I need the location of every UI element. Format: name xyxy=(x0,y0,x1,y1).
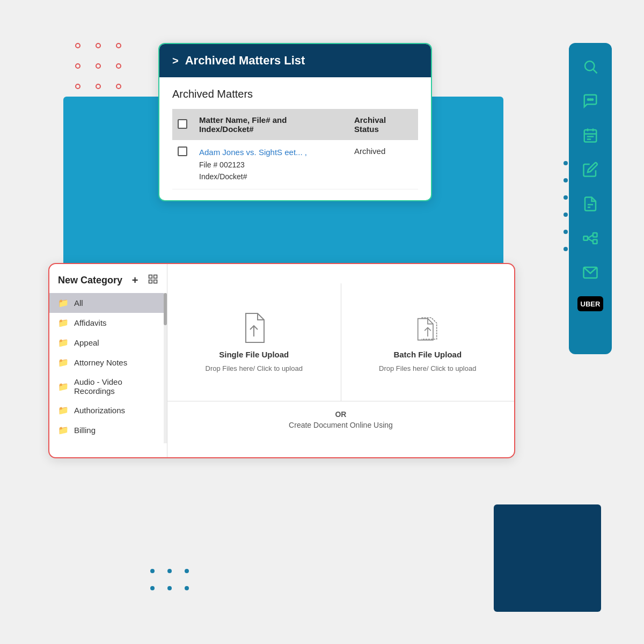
category-item-all[interactable]: 📁 All xyxy=(49,293,167,313)
document-icon[interactable] xyxy=(577,191,603,217)
category-item-attorney-notes[interactable]: 📁 Attorney Notes xyxy=(49,353,167,372)
or-text: OR xyxy=(289,410,393,419)
uber-icon[interactable]: UBER xyxy=(577,296,603,311)
category-item-audio-video[interactable]: 📁 Audio - Video Recordings xyxy=(49,372,167,400)
mail-icon[interactable] xyxy=(577,260,603,286)
category-item-billing[interactable]: 📁 Billing xyxy=(49,420,167,440)
col-status-header: Archival Status xyxy=(349,109,418,140)
matter-name-cell: Adam Jones vs. SightS eet... , File # 00… xyxy=(194,140,349,189)
category-list: 📁 All 📁 Affidavits 📁 Appeal 📁 Attorney N… xyxy=(49,293,167,443)
doc-category-sidebar: New Category + 📁 All 📁 Affidavits xyxy=(49,264,167,457)
matter-docket: Index/Docket# xyxy=(199,171,343,182)
category-item-appeal[interactable]: 📁 Appeal xyxy=(49,333,167,353)
doc-card-inner: New Category + 📁 All 📁 Affidavits xyxy=(49,264,514,457)
chat-icon[interactable] xyxy=(577,88,603,114)
archival-status-cell: Archived xyxy=(349,140,418,189)
svg-line-16 xyxy=(588,235,593,238)
table-checkbox-header xyxy=(172,109,194,140)
matter-link[interactable]: Adam Jones vs. SightS eet... , xyxy=(199,147,343,159)
workflow-icon[interactable] xyxy=(577,225,603,251)
row-checkbox-cell xyxy=(172,140,194,189)
decorative-dots-bottom xyxy=(150,569,194,596)
scrollbar-thumb[interactable] xyxy=(164,293,167,325)
folder-icon-affidavits: 📁 xyxy=(58,318,69,328)
or-section: OR Create Document Online Using xyxy=(280,401,401,438)
folder-icon-attorney-notes: 📁 xyxy=(58,357,69,368)
single-upload-sub: Drop Files here/ Click to upload xyxy=(206,364,303,372)
svg-rect-21 xyxy=(149,280,152,283)
svg-point-4 xyxy=(592,99,594,100)
folder-icon-billing: 📁 xyxy=(58,425,69,435)
category-name-audio-video: Audio - Video Recordings xyxy=(74,377,158,396)
matter-file: File # 002123 xyxy=(199,159,343,171)
calendar-icon[interactable] xyxy=(577,122,603,148)
batch-file-upload-zone[interactable]: Batch File Upload Drop Files here/ Click… xyxy=(341,283,515,401)
category-item-caption[interactable]: 📁 Caption xyxy=(49,440,167,443)
header-checkbox[interactable] xyxy=(178,119,187,129)
edit-icon[interactable] xyxy=(577,157,603,182)
chevron-icon: > xyxy=(172,55,179,67)
scrollbar-track xyxy=(164,293,167,443)
single-file-upload-zone[interactable]: Single File Upload Drop Files here/ Clic… xyxy=(167,283,341,401)
sidebar-panel: UBER xyxy=(569,43,612,354)
col-matter-header: Matter Name, File# and Index/Docket# xyxy=(194,109,349,140)
svg-rect-14 xyxy=(593,233,597,237)
svg-point-2 xyxy=(588,99,589,100)
folder-icon-audio-video: 📁 xyxy=(58,382,69,392)
single-upload-title: Single File Upload xyxy=(219,350,289,359)
svg-point-0 xyxy=(585,61,595,71)
table-header-row: Matter Name, File# and Index/Docket# Arc… xyxy=(172,109,418,140)
upload-area: Single File Upload Drop Files here/ Clic… xyxy=(167,264,514,457)
category-settings-icon[interactable] xyxy=(148,274,158,287)
category-name-all: All xyxy=(74,298,83,308)
archived-section-label: Archived Matters xyxy=(172,88,418,100)
svg-line-1 xyxy=(594,70,597,74)
batch-upload-title: Batch File Upload xyxy=(393,350,462,359)
search-icon[interactable] xyxy=(577,54,603,79)
row-checkbox[interactable] xyxy=(178,147,187,156)
archived-card-header: > Archived Matters List xyxy=(159,44,431,77)
svg-rect-15 xyxy=(593,240,597,244)
archival-status-value: Archived xyxy=(354,147,385,156)
category-list-scroll[interactable]: 📁 All 📁 Affidavits 📁 Appeal 📁 Attorney N… xyxy=(49,293,167,443)
upload-zones-container: Single File Upload Drop Files here/ Clic… xyxy=(167,283,514,401)
category-name-billing: Billing xyxy=(74,426,96,435)
category-item-authorizations[interactable]: 📁 Authorizations xyxy=(49,400,167,420)
archived-card-title: Archived Matters List xyxy=(185,54,305,68)
archived-table: Matter Name, File# and Index/Docket# Arc… xyxy=(172,109,418,189)
svg-rect-22 xyxy=(154,280,157,283)
archived-card-body: Archived Matters Matter Name, File# and … xyxy=(159,77,431,200)
folder-icon-authorizations: 📁 xyxy=(58,405,69,415)
svg-rect-19 xyxy=(149,275,152,279)
category-item-affidavits[interactable]: 📁 Affidavits xyxy=(49,313,167,333)
add-category-button[interactable]: + xyxy=(132,274,138,287)
folder-icon-all: 📁 xyxy=(58,298,69,308)
uber-label: UBER xyxy=(581,300,601,308)
table-row: Adam Jones vs. SightS eet... , File # 00… xyxy=(172,140,418,189)
dark-blue-block xyxy=(494,504,601,612)
svg-line-17 xyxy=(588,238,593,241)
svg-rect-13 xyxy=(584,236,588,240)
category-name-attorney-notes: Attorney Notes xyxy=(74,358,127,367)
create-online-label: Create Document Online Using xyxy=(289,421,393,429)
folder-icon-appeal: 📁 xyxy=(58,338,69,348)
svg-point-3 xyxy=(590,99,591,100)
document-card: New Category + 📁 All 📁 Affidavits xyxy=(48,263,515,458)
category-name-affidavits: Affidavits xyxy=(74,318,107,327)
new-category-label: New Category xyxy=(58,275,122,286)
archived-matters-card: > Archived Matters List Archived Matters… xyxy=(158,43,432,201)
category-name-authorizations: Authorizations xyxy=(74,406,125,415)
batch-upload-sub: Drop Files here/ Click to upload xyxy=(379,364,476,372)
svg-rect-20 xyxy=(154,275,157,279)
doc-sidebar-header: New Category + xyxy=(49,264,167,293)
category-name-appeal: Appeal xyxy=(74,338,99,347)
